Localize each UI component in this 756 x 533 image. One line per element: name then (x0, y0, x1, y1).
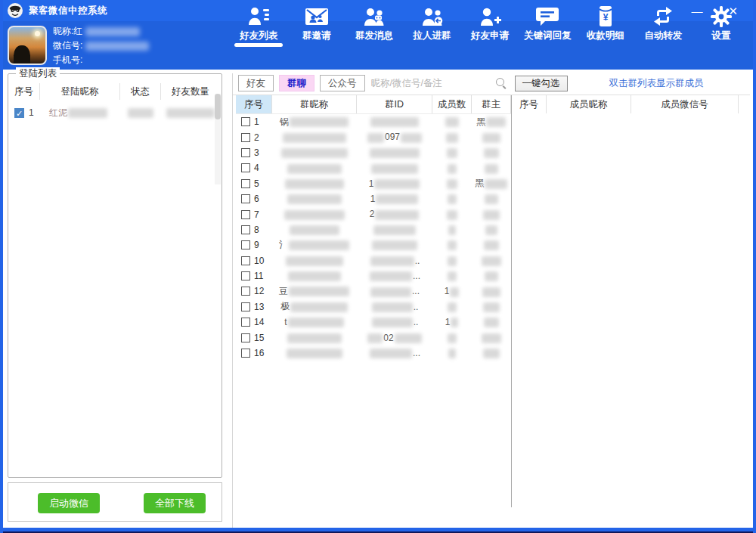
nav-item-friend-list[interactable]: 好友列表 (230, 0, 287, 48)
tab-friends[interactable]: 好友 (238, 75, 274, 91)
redacted-blur (374, 179, 420, 189)
all-offline-button[interactable]: 全部下线 (144, 493, 206, 513)
main-panel: 好友 群聊 公众号 一键勾选 双击群列表显示群成员 序号群昵称群ID成员数群主 … (232, 73, 750, 528)
redacted-blur (485, 194, 498, 204)
redacted-blur (485, 225, 497, 235)
column-header: 好友数量 (161, 83, 220, 100)
window-bottom-border (0, 528, 756, 533)
row-checkbox[interactable] (241, 210, 250, 219)
redacted-blur (370, 287, 411, 297)
group-row[interactable]: 11... (236, 268, 511, 284)
redacted-blur (290, 117, 349, 127)
nav-item-label: 群邀请 (302, 29, 331, 42)
nav-item-keyword-reply[interactable]: 关键词回复 (519, 0, 576, 48)
nav-item-auto-forward[interactable]: 自动转发 (634, 0, 692, 48)
group-row[interactable]: 14t..1 (236, 315, 511, 330)
redacted-blur (447, 179, 457, 189)
row-number: 7 (254, 209, 259, 220)
tab-row: 好友 群聊 公众号 一键勾选 双击群列表显示群成员 (233, 73, 750, 93)
row-checkbox[interactable] (241, 287, 250, 296)
row-checkbox[interactable] (241, 163, 250, 172)
column-header: 成员微信号 (631, 95, 739, 113)
nav-item-label: 自动转发 (644, 29, 682, 42)
row-checkbox[interactable] (241, 271, 250, 280)
redacted-blur (485, 164, 498, 174)
login-scrollbar[interactable] (215, 94, 221, 184)
row-checkbox[interactable] (241, 179, 250, 188)
select-all-button[interactable]: 一键勾选 (515, 76, 568, 91)
group-row[interactable]: 2097 (236, 129, 511, 144)
redacted-blur (288, 318, 344, 327)
nav-item-label: 设置 (711, 29, 730, 42)
group-row[interactable]: 1锅黑 (236, 114, 511, 129)
redacted-blur (445, 117, 459, 127)
row-number: 4 (254, 163, 259, 173)
row-checkbox[interactable] (241, 349, 250, 358)
row-checkbox[interactable] (241, 256, 250, 265)
redacted-blur (448, 349, 456, 358)
row-checkbox[interactable] (241, 225, 250, 234)
redacted-blur (371, 164, 418, 174)
group-row[interactable]: 8 (236, 222, 511, 237)
redacted-blur (401, 133, 422, 143)
redacted-blur (484, 240, 499, 250)
group-row[interactable]: 51黑 (236, 176, 511, 191)
redacted-blur (448, 256, 457, 266)
nav-item-pull-into-group[interactable]: 拉人进群 (403, 0, 460, 48)
group-row[interactable]: 3 (236, 145, 511, 160)
people-chat-icon (362, 5, 386, 28)
nav-item-payment-detail[interactable]: ¥收款明细 (577, 0, 634, 48)
redacted-blur (287, 333, 342, 343)
row-checkbox[interactable] (241, 117, 250, 126)
login-row-checkbox[interactable]: ✓ (14, 108, 24, 118)
redacted-blur (485, 179, 507, 189)
redacted-blur (287, 194, 342, 204)
row-number: 11 (254, 271, 263, 281)
row-checkbox[interactable] (241, 302, 250, 311)
row-checkbox[interactable] (241, 148, 250, 157)
row-checkbox[interactable] (241, 194, 250, 203)
redacted-blur (370, 349, 412, 358)
nav-item-mass-message[interactable]: 群发消息 (345, 0, 403, 48)
group-row[interactable]: 1502 (236, 330, 511, 345)
redacted-blur (283, 133, 346, 143)
tab-group-chat[interactable]: 群聊 (279, 75, 314, 91)
login-table-row[interactable]: ✓ 1 红泥 (8, 103, 222, 122)
group-row[interactable]: 9氵 (236, 237, 511, 253)
row-checkbox[interactable] (241, 133, 250, 142)
search-input[interactable] (371, 78, 492, 88)
group-row[interactable]: 16... (236, 346, 511, 361)
group-row[interactable]: 13极.. (236, 299, 511, 315)
person-list-icon (246, 5, 271, 28)
show-members-hint-link[interactable]: 双击群列表显示群成员 (609, 77, 704, 90)
redacted-blur (448, 302, 457, 312)
redacted-blur (289, 287, 349, 296)
redacted-blur (85, 27, 140, 36)
column-header: 序号 (236, 95, 272, 113)
search-icon[interactable] (495, 77, 507, 89)
user-avatar (8, 26, 47, 65)
redacted-blur (376, 194, 418, 204)
group-row[interactable]: 72 (236, 206, 511, 222)
redacted-blur (287, 349, 342, 358)
row-checkbox[interactable] (241, 318, 250, 327)
row-checkbox[interactable] (241, 333, 250, 342)
row-number: 16 (254, 348, 264, 358)
group-row[interactable]: 12豆...1 (236, 284, 511, 299)
redacted-blur (289, 240, 349, 250)
start-wechat-button[interactable]: 启动微信 (38, 493, 100, 513)
tab-official-account[interactable]: 公众号 (320, 75, 365, 91)
login-table-header: 序号登陆昵称状态好友数量 (8, 83, 222, 100)
redacted-blur (485, 271, 498, 281)
group-row[interactable]: 4 (236, 160, 511, 175)
nav-item-friend-request[interactable]: 好友申请 (461, 0, 519, 48)
column-header: 成员数 (432, 95, 472, 113)
redacted-blur (448, 333, 457, 343)
nav-item-settings[interactable]: 设置 (692, 0, 750, 48)
redacted-blur (448, 194, 457, 204)
nav-item-group-invite[interactable]: 群邀请 (287, 0, 345, 48)
group-row[interactable]: 61 (236, 191, 511, 206)
redacted-blur (290, 302, 348, 312)
row-checkbox[interactable] (241, 240, 250, 249)
group-row[interactable]: 10.. (236, 253, 511, 268)
